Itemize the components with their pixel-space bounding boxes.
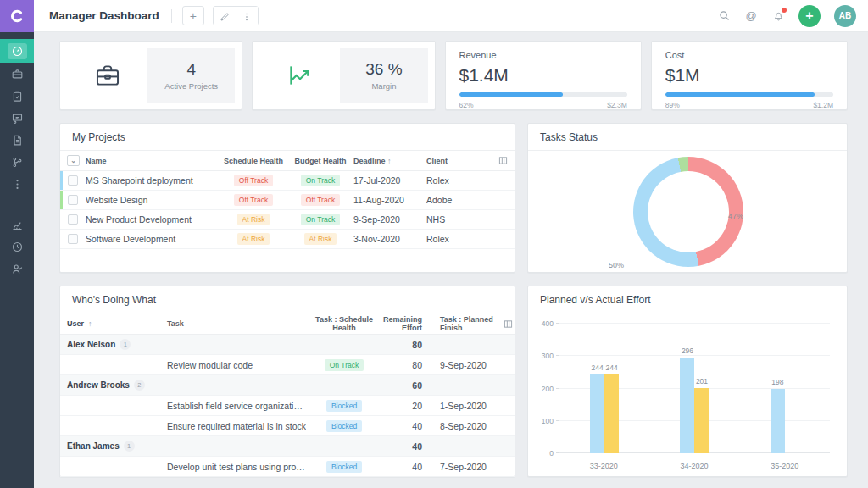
more-options-button[interactable] [236, 7, 258, 26]
project-name[interactable]: Software Development [84, 234, 220, 244]
y-axis-tick-label: 400 [542, 319, 554, 328]
table-row[interactable]: New Product Development At Risk On Track… [60, 210, 515, 230]
task-count-badge: 1 [120, 339, 131, 350]
col-name[interactable]: Name [84, 157, 220, 165]
row-checkbox[interactable] [68, 175, 78, 186]
wdw-title: Who's Doing What [72, 294, 156, 306]
kebab-icon [242, 12, 252, 22]
sidebar-spacer [0, 195, 34, 214]
margin-icon-zone [259, 61, 340, 90]
my-projects-panel: My Projects ⌄ Name Schedule Health Budge… [59, 123, 515, 273]
tasks-status-header: Tasks Status [528, 124, 847, 151]
project-name[interactable]: MS Sharepoint deployment [84, 175, 220, 186]
edit-button[interactable] [214, 7, 236, 26]
group-remaining-effort: 80 [382, 340, 437, 350]
sidebar-item-dashboard[interactable] [0, 39, 34, 63]
effort-bar-chart[interactable]: 0100200300400244244296201198 33-202034-2… [528, 313, 847, 477]
mentions-button[interactable]: @ [744, 9, 758, 23]
sidebar-item-projects[interactable] [0, 63, 34, 85]
bottom-row: Who's Doing What User ↑ Task Task : Sche… [59, 286, 848, 477]
sidebar-item-documents[interactable] [0, 129, 34, 151]
projects-column-header: ⌄ Name Schedule Health Budget Health Dea… [60, 151, 515, 171]
quick-add-button[interactable]: + [798, 5, 821, 27]
task-name[interactable]: Ensure required material is in stock [160, 421, 306, 431]
column-picker-button[interactable] [498, 156, 508, 165]
task-row[interactable]: Establish field service organizations Bl… [60, 396, 515, 416]
cost-percent: 89% [665, 101, 680, 109]
tasks-status-panel: Tasks Status 47% 50% [527, 123, 848, 273]
search-button[interactable] [717, 9, 731, 23]
task-health-badge: On Track [325, 359, 364, 371]
task-health-badge: Blocked [326, 420, 362, 432]
page-title: Manager Dashboard [49, 9, 159, 22]
planned-bar[interactable]: 244 [590, 374, 604, 453]
notifications-button[interactable] [771, 9, 785, 23]
sidebar-item-time[interactable] [0, 236, 34, 258]
active-projects-card: 4 Active Projects [59, 41, 242, 110]
actual-bar[interactable]: 201 [694, 388, 709, 453]
project-name[interactable]: New Product Development [84, 214, 220, 225]
task-row[interactable]: Develop unit test plans using product sp… [60, 457, 515, 477]
presentation-user-icon [11, 112, 24, 125]
sidebar-item-reports[interactable] [0, 214, 34, 236]
project-name[interactable]: Website Design [84, 195, 220, 205]
col-budget-health[interactable]: Budget Health [287, 157, 353, 165]
revenue-title: Revenue [459, 50, 627, 60]
row-checkbox[interactable] [68, 234, 78, 244]
planned-bar[interactable]: 198 [771, 389, 785, 453]
sidebar-item-more[interactable] [0, 173, 34, 195]
avatar[interactable]: AB [834, 5, 856, 27]
sidebar-item-approvals[interactable] [0, 258, 34, 280]
whos-doing-what-panel: Who's Doing What User ↑ Task Task : Sche… [59, 286, 515, 477]
task-row[interactable]: Ensure required material is in stock Blo… [60, 416, 515, 436]
row-checkbox[interactable] [68, 195, 78, 205]
task-name[interactable]: Establish field service organizations [160, 401, 306, 411]
row-status-stripe [60, 171, 63, 190]
task-name[interactable]: Review modular code [160, 360, 306, 370]
select-all-dropdown[interactable]: ⌄ [67, 155, 80, 166]
col-deadline[interactable]: Deadline ↑ [353, 157, 426, 165]
app-logo[interactable] [0, 0, 34, 32]
actual-bar[interactable]: 244 [604, 374, 619, 453]
planned-bar[interactable]: 296 [680, 358, 694, 453]
add-dashboard-button[interactable]: + [182, 6, 204, 25]
task-count-badge: 1 [124, 441, 135, 452]
task-row[interactable]: Review modular code On Track 80 9-Sep-20… [60, 355, 515, 375]
user-group-row[interactable]: Ethan James1 40 [60, 436, 515, 457]
column-picker-button[interactable] [504, 319, 513, 329]
user-name: Alex Nelson1 [60, 339, 306, 350]
col-task-schedule-health[interactable]: Task : Schedule Health [306, 315, 382, 332]
donut-label-red: 47% [728, 212, 743, 220]
col-schedule-health[interactable]: Schedule Health [220, 157, 287, 165]
table-row[interactable]: Website Design Off Track Off Track 11-Au… [60, 191, 515, 210]
bar-value-label: 296 [682, 347, 693, 355]
budget-health-badge: On Track [301, 214, 340, 225]
col-client[interactable]: Client [426, 157, 489, 165]
schedule-health-badge: At Risk [237, 214, 270, 225]
sidebar-item-tasks[interactable] [0, 85, 34, 107]
y-axis-tick-label: 200 [542, 385, 554, 393]
col-remaining-effort[interactable]: Remaining Effort [382, 315, 437, 332]
user-check-icon [11, 263, 24, 275]
task-name[interactable]: Develop unit test plans using product sp… [160, 462, 306, 472]
sort-asc-icon: ↑ [88, 319, 92, 328]
sidebar-item-workflow[interactable] [0, 151, 34, 173]
table-row[interactable]: Software Development At Risk At Risk 3-N… [60, 230, 515, 249]
user-group-row[interactable]: Andrew Brooks2 60 [60, 375, 515, 396]
revenue-progress-track [459, 92, 627, 97]
col-task[interactable]: Task [160, 319, 306, 328]
cost-progress-fill [665, 92, 815, 97]
task-remaining-effort: 20 [382, 401, 437, 411]
wdw-header: Who's Doing What [60, 286, 515, 313]
margin-label: Margin [371, 81, 396, 91]
user-group-row[interactable]: Alex Nelson1 80 [60, 335, 515, 355]
revenue-max: $2.3M [607, 101, 627, 109]
sort-asc-icon: ↑ [387, 157, 392, 165]
donut-chart[interactable] [633, 157, 743, 267]
row-checkbox[interactable] [68, 214, 78, 225]
col-user[interactable]: User ↑ [60, 319, 160, 328]
sidebar-item-workspace[interactable] [0, 107, 34, 129]
middle-row: My Projects ⌄ Name Schedule Health Budge… [59, 123, 848, 273]
table-row[interactable]: MS Sharepoint deployment Off Track On Tr… [60, 171, 515, 191]
task-remaining-effort: 80 [382, 360, 437, 370]
